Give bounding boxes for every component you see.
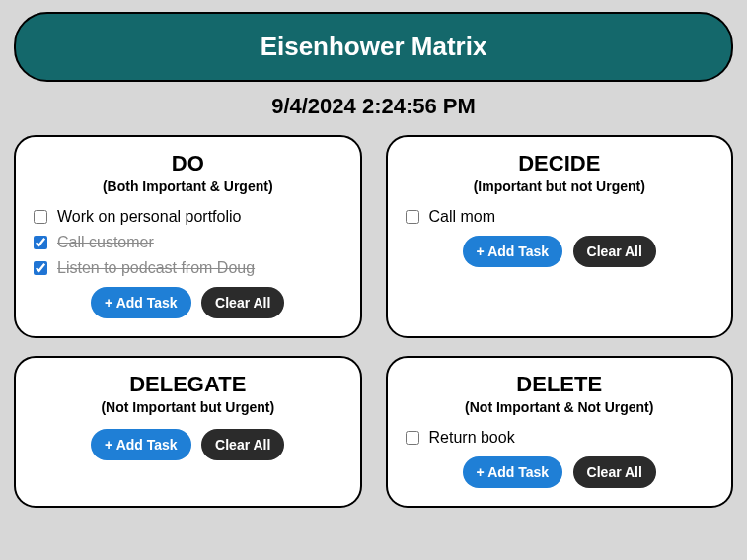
task-list-delete: Return book (406, 429, 714, 447)
quadrant-delete: DELETE (Not Important & Not Urgent) Retu… (386, 356, 734, 508)
task-label[interactable]: Call mom (429, 208, 496, 226)
quadrant-delegate-buttons: + Add Task Clear All (34, 429, 342, 460)
clear-all-button[interactable]: Clear All (573, 236, 656, 267)
task-label[interactable]: Work on personal portfolio (57, 208, 241, 226)
task-row: Call mom (406, 208, 714, 226)
app-header: Eisenhower Matrix (14, 12, 733, 82)
quadrant-do-title: DO (34, 151, 342, 176)
task-checkbox[interactable] (34, 261, 47, 275)
task-checkbox[interactable] (406, 210, 419, 224)
clear-all-button[interactable]: Clear All (573, 456, 656, 488)
task-row: Call customer (34, 234, 342, 251)
clear-all-button[interactable]: Clear All (201, 429, 284, 460)
add-task-button[interactable]: + Add Task (463, 236, 563, 267)
quadrant-delegate: DELEGATE (Not Important but Urgent) + Ad… (14, 356, 362, 508)
task-label[interactable]: Return book (429, 429, 515, 447)
quadrant-decide-title: DECIDE (406, 151, 714, 176)
quadrant-do-buttons: + Add Task Clear All (34, 287, 342, 318)
task-row: Listen to podcast from Doug (34, 259, 342, 277)
task-list-decide: Call mom (406, 208, 714, 226)
quadrant-delete-title: DELETE (406, 372, 714, 397)
quadrant-decide-buttons: + Add Task Clear All (406, 236, 714, 267)
add-task-button[interactable]: + Add Task (91, 287, 191, 318)
task-label[interactable]: Listen to podcast from Doug (57, 259, 255, 277)
add-task-button[interactable]: + Add Task (91, 429, 191, 460)
task-checkbox[interactable] (34, 236, 47, 249)
task-row: Work on personal portfolio (34, 208, 342, 226)
quadrant-delegate-title: DELEGATE (34, 372, 342, 397)
timestamp: 9/4/2024 2:24:56 PM (14, 94, 733, 119)
quadrant-delete-subtitle: (Not Important & Not Urgent) (406, 399, 714, 415)
add-task-button[interactable]: + Add Task (463, 456, 563, 488)
task-list-do: Work on personal portfolio Call customer… (34, 208, 342, 277)
task-checkbox[interactable] (406, 431, 419, 445)
quadrant-delegate-subtitle: (Not Important but Urgent) (34, 399, 342, 415)
quadrant-decide: DECIDE (Important but not Urgent) Call m… (386, 135, 734, 338)
quadrant-decide-subtitle: (Important but not Urgent) (406, 178, 714, 194)
task-row: Return book (406, 429, 714, 447)
quadrant-delete-buttons: + Add Task Clear All (406, 456, 714, 488)
task-checkbox[interactable] (34, 210, 47, 224)
app-title: Eisenhower Matrix (261, 32, 487, 61)
quadrant-do-subtitle: (Both Important & Urgent) (34, 178, 342, 194)
task-label[interactable]: Call customer (57, 234, 154, 251)
clear-all-button[interactable]: Clear All (201, 287, 284, 318)
matrix-grid: DO (Both Important & Urgent) Work on per… (14, 135, 733, 508)
quadrant-do: DO (Both Important & Urgent) Work on per… (14, 135, 362, 338)
